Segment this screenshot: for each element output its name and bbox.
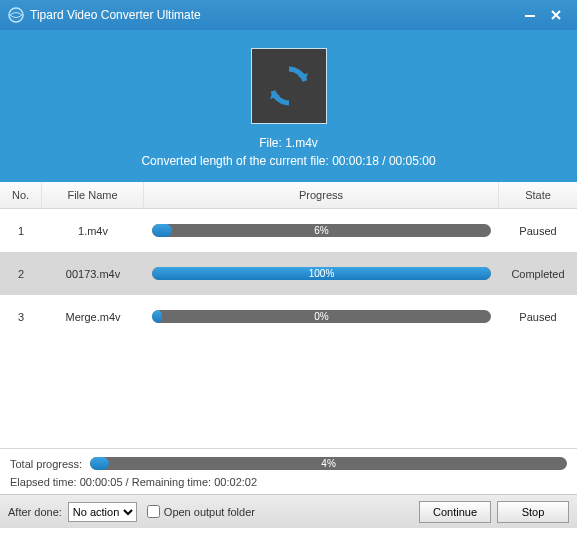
convert-icon <box>251 48 327 124</box>
cell-no: 1 <box>0 225 42 237</box>
cell-state: Completed <box>499 268 577 280</box>
row-progress-bar: 100% <box>152 267 491 280</box>
totals-panel: Total progress: 4% Elapsed time: 00:00:0… <box>0 448 577 494</box>
table-row[interactable]: 11.m4v6%Paused <box>0 209 577 252</box>
window-title: Tipard Video Converter Ultimate <box>30 8 517 22</box>
row-progress-bar: 0% <box>152 310 491 323</box>
titlebar: Tipard Video Converter Ultimate <box>0 0 577 30</box>
row-progress-text: 0% <box>152 310 491 323</box>
stop-button[interactable]: Stop <box>497 501 569 523</box>
continue-button[interactable]: Continue <box>419 501 491 523</box>
cell-filename: Merge.m4v <box>42 311 144 323</box>
cell-filename: 00173.m4v <box>42 268 144 280</box>
open-output-checkbox[interactable] <box>147 505 160 518</box>
footer-bar: After done: No action Open output folder… <box>0 494 577 528</box>
cell-no: 3 <box>0 311 42 323</box>
table-row[interactable]: 3Merge.m4v0%Paused <box>0 295 577 338</box>
header-filename: File Name <box>42 182 144 208</box>
svg-rect-1 <box>525 15 535 17</box>
row-progress-text: 6% <box>152 224 491 237</box>
app-logo-icon <box>8 7 24 23</box>
cell-no: 2 <box>0 268 42 280</box>
cell-filename: 1.m4v <box>42 225 144 237</box>
close-button[interactable] <box>543 4 569 26</box>
total-progress-bar: 4% <box>90 457 567 470</box>
header-state: State <box>499 182 577 208</box>
cell-state: Paused <box>499 311 577 323</box>
svg-point-0 <box>9 8 23 22</box>
table-header: No. File Name Progress State <box>0 182 577 209</box>
header-no: No. <box>0 182 42 208</box>
elapsed-remaining-label: Elapsed time: 00:00:05 / Remaining time:… <box>10 476 567 488</box>
minimize-button[interactable] <box>517 4 543 26</box>
total-progress-text: 4% <box>90 457 567 470</box>
cell-progress: 100% <box>144 267 499 280</box>
conversion-hero: File: 1.m4v Converted length of the curr… <box>0 30 577 182</box>
after-done-select[interactable]: No action <box>68 502 137 522</box>
header-progress: Progress <box>144 182 499 208</box>
open-output-checkbox-wrap[interactable]: Open output folder <box>147 505 255 518</box>
converted-length-label: Converted length of the current file: 00… <box>0 154 577 168</box>
file-table: No. File Name Progress State 11.m4v6%Pau… <box>0 182 577 448</box>
after-done-label: After done: <box>8 506 62 518</box>
cell-progress: 6% <box>144 224 499 237</box>
table-row[interactable]: 200173.m4v100%Completed <box>0 252 577 295</box>
cell-state: Paused <box>499 225 577 237</box>
table-empty-area <box>0 338 577 448</box>
open-output-label: Open output folder <box>164 506 255 518</box>
row-progress-bar: 6% <box>152 224 491 237</box>
cell-progress: 0% <box>144 310 499 323</box>
row-progress-text: 100% <box>152 267 491 280</box>
total-progress-label: Total progress: <box>10 458 82 470</box>
current-file-label: File: 1.m4v <box>0 136 577 150</box>
